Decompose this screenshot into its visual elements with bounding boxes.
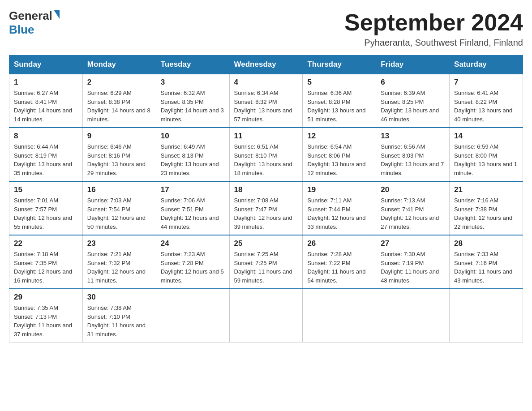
calendar-header-row: Sunday Monday Tuesday Wednesday Thursday…: [9, 56, 523, 74]
day-info: Sunrise: 7:35 AM Sunset: 7:13 PM Dayligh…: [14, 304, 78, 338]
table-row: 17 Sunrise: 7:06 AM Sunset: 7:51 PM Dayl…: [156, 181, 229, 235]
day-number: 3: [161, 78, 225, 87]
table-row: 29 Sunrise: 7:35 AM Sunset: 7:13 PM Dayl…: [9, 289, 83, 342]
day-number: 27: [381, 239, 445, 248]
table-row: 4 Sunrise: 6:34 AM Sunset: 8:32 PM Dayli…: [229, 74, 303, 128]
day-info: Sunrise: 7:21 AM Sunset: 7:32 PM Dayligh…: [87, 250, 151, 285]
table-row: 5 Sunrise: 6:36 AM Sunset: 8:28 PM Dayli…: [303, 74, 376, 128]
day-number: 21: [454, 185, 518, 194]
calendar-title: September 2024: [344, 9, 523, 36]
day-number: 28: [454, 239, 518, 248]
day-number: 20: [381, 185, 445, 194]
day-info: Sunrise: 6:54 AM Sunset: 8:06 PM Dayligh…: [307, 142, 371, 177]
day-info: Sunrise: 7:16 AM Sunset: 7:38 PM Dayligh…: [454, 196, 518, 231]
day-number: 6: [381, 78, 445, 87]
day-info: Sunrise: 7:11 AM Sunset: 7:44 PM Dayligh…: [307, 196, 371, 231]
day-info: Sunrise: 7:30 AM Sunset: 7:19 PM Dayligh…: [381, 250, 445, 285]
page-header: General Blue September 2024 Pyhaeranta, …: [9, 9, 523, 48]
table-row: 14 Sunrise: 6:59 AM Sunset: 8:00 PM Dayl…: [450, 128, 523, 181]
col-monday: Monday: [82, 56, 156, 74]
table-row: [376, 289, 450, 342]
day-info: Sunrise: 6:36 AM Sunset: 8:28 PM Dayligh…: [307, 89, 371, 124]
day-info: Sunrise: 6:39 AM Sunset: 8:25 PM Dayligh…: [381, 89, 445, 124]
day-info: Sunrise: 6:59 AM Sunset: 8:00 PM Dayligh…: [454, 142, 518, 177]
table-row: 20 Sunrise: 7:13 AM Sunset: 7:41 PM Dayl…: [376, 181, 450, 235]
table-row: [303, 289, 376, 342]
table-row: 24 Sunrise: 7:23 AM Sunset: 7:28 PM Dayl…: [156, 235, 229, 289]
col-friday: Friday: [376, 56, 450, 74]
table-row: 12 Sunrise: 6:54 AM Sunset: 8:06 PM Dayl…: [303, 128, 376, 181]
day-info: Sunrise: 6:34 AM Sunset: 8:32 PM Dayligh…: [234, 89, 298, 124]
calendar-location: Pyhaeranta, Southwest Finland, Finland: [344, 38, 523, 48]
day-info: Sunrise: 6:41 AM Sunset: 8:22 PM Dayligh…: [454, 89, 518, 124]
table-row: 26 Sunrise: 7:28 AM Sunset: 7:22 PM Dayl…: [303, 235, 376, 289]
table-row: [450, 289, 523, 342]
table-row: 6 Sunrise: 6:39 AM Sunset: 8:25 PM Dayli…: [376, 74, 450, 128]
calendar-week-row: 15 Sunrise: 7:01 AM Sunset: 7:57 PM Dayl…: [9, 181, 523, 235]
day-info: Sunrise: 6:32 AM Sunset: 8:35 PM Dayligh…: [161, 89, 225, 124]
calendar-week-row: 8 Sunrise: 6:44 AM Sunset: 8:19 PM Dayli…: [9, 128, 523, 181]
day-number: 29: [14, 293, 78, 302]
table-row: 11 Sunrise: 6:51 AM Sunset: 8:10 PM Dayl…: [229, 128, 303, 181]
table-row: 23 Sunrise: 7:21 AM Sunset: 7:32 PM Dayl…: [82, 235, 156, 289]
day-number: 11: [234, 132, 298, 141]
table-row: 8 Sunrise: 6:44 AM Sunset: 8:19 PM Dayli…: [9, 128, 83, 181]
day-number: 22: [14, 239, 78, 248]
day-info: Sunrise: 7:01 AM Sunset: 7:57 PM Dayligh…: [14, 196, 78, 231]
title-area: September 2024 Pyhaeranta, Southwest Fin…: [344, 9, 523, 48]
day-number: 9: [87, 132, 151, 141]
calendar-week-row: 29 Sunrise: 7:35 AM Sunset: 7:13 PM Dayl…: [9, 289, 523, 342]
day-number: 10: [161, 132, 225, 141]
day-number: 1: [14, 78, 78, 87]
day-info: Sunrise: 7:03 AM Sunset: 7:54 PM Dayligh…: [87, 196, 151, 231]
table-row: 15 Sunrise: 7:01 AM Sunset: 7:57 PM Dayl…: [9, 181, 83, 235]
table-row: [229, 289, 303, 342]
table-row: 3 Sunrise: 6:32 AM Sunset: 8:35 PM Dayli…: [156, 74, 229, 128]
day-number: 25: [234, 239, 298, 248]
day-info: Sunrise: 7:06 AM Sunset: 7:51 PM Dayligh…: [161, 196, 225, 231]
day-info: Sunrise: 6:56 AM Sunset: 8:03 PM Dayligh…: [381, 142, 445, 177]
day-info: Sunrise: 7:28 AM Sunset: 7:22 PM Dayligh…: [307, 250, 371, 285]
table-row: 22 Sunrise: 7:18 AM Sunset: 7:35 PM Dayl…: [9, 235, 83, 289]
col-thursday: Thursday: [303, 56, 376, 74]
day-info: Sunrise: 6:51 AM Sunset: 8:10 PM Dayligh…: [234, 142, 298, 177]
logo-general: General: [9, 9, 52, 23]
logo: General Blue: [9, 9, 60, 37]
day-number: 7: [454, 78, 518, 87]
table-row: 18 Sunrise: 7:08 AM Sunset: 7:47 PM Dayl…: [229, 181, 303, 235]
day-info: Sunrise: 6:27 AM Sunset: 8:41 PM Dayligh…: [14, 89, 78, 124]
day-number: 23: [87, 239, 151, 248]
col-tuesday: Tuesday: [156, 56, 229, 74]
day-number: 4: [234, 78, 298, 87]
table-row: 1 Sunrise: 6:27 AM Sunset: 8:41 PM Dayli…: [9, 74, 83, 128]
day-number: 18: [234, 185, 298, 194]
calendar-table: Sunday Monday Tuesday Wednesday Thursday…: [9, 55, 523, 342]
table-row: 21 Sunrise: 7:16 AM Sunset: 7:38 PM Dayl…: [450, 181, 523, 235]
day-info: Sunrise: 6:46 AM Sunset: 8:16 PM Dayligh…: [87, 142, 151, 177]
table-row: 10 Sunrise: 6:49 AM Sunset: 8:13 PM Dayl…: [156, 128, 229, 181]
day-number: 15: [14, 185, 78, 194]
day-info: Sunrise: 6:29 AM Sunset: 8:38 PM Dayligh…: [87, 89, 151, 124]
table-row: 25 Sunrise: 7:25 AM Sunset: 7:25 PM Dayl…: [229, 235, 303, 289]
day-info: Sunrise: 7:23 AM Sunset: 7:28 PM Dayligh…: [161, 250, 225, 285]
day-number: 13: [381, 132, 445, 141]
table-row: 19 Sunrise: 7:11 AM Sunset: 7:44 PM Dayl…: [303, 181, 376, 235]
calendar-week-row: 1 Sunrise: 6:27 AM Sunset: 8:41 PM Dayli…: [9, 74, 523, 128]
day-number: 14: [454, 132, 518, 141]
table-row: [156, 289, 229, 342]
day-info: Sunrise: 7:33 AM Sunset: 7:16 PM Dayligh…: [454, 250, 518, 285]
day-info: Sunrise: 6:49 AM Sunset: 8:13 PM Dayligh…: [161, 142, 225, 177]
day-info: Sunrise: 7:08 AM Sunset: 7:47 PM Dayligh…: [234, 196, 298, 231]
logo-blue: Blue: [9, 23, 34, 37]
table-row: 27 Sunrise: 7:30 AM Sunset: 7:19 PM Dayl…: [376, 235, 450, 289]
table-row: 9 Sunrise: 6:46 AM Sunset: 8:16 PM Dayli…: [82, 128, 156, 181]
table-row: 2 Sunrise: 6:29 AM Sunset: 8:38 PM Dayli…: [82, 74, 156, 128]
day-number: 12: [307, 132, 371, 141]
col-saturday: Saturday: [450, 56, 523, 74]
table-row: 7 Sunrise: 6:41 AM Sunset: 8:22 PM Dayli…: [450, 74, 523, 128]
day-number: 8: [14, 132, 78, 141]
day-number: 19: [307, 185, 371, 194]
day-number: 5: [307, 78, 371, 87]
day-info: Sunrise: 7:38 AM Sunset: 7:10 PM Dayligh…: [87, 304, 151, 338]
day-info: Sunrise: 7:18 AM Sunset: 7:35 PM Dayligh…: [14, 250, 78, 285]
